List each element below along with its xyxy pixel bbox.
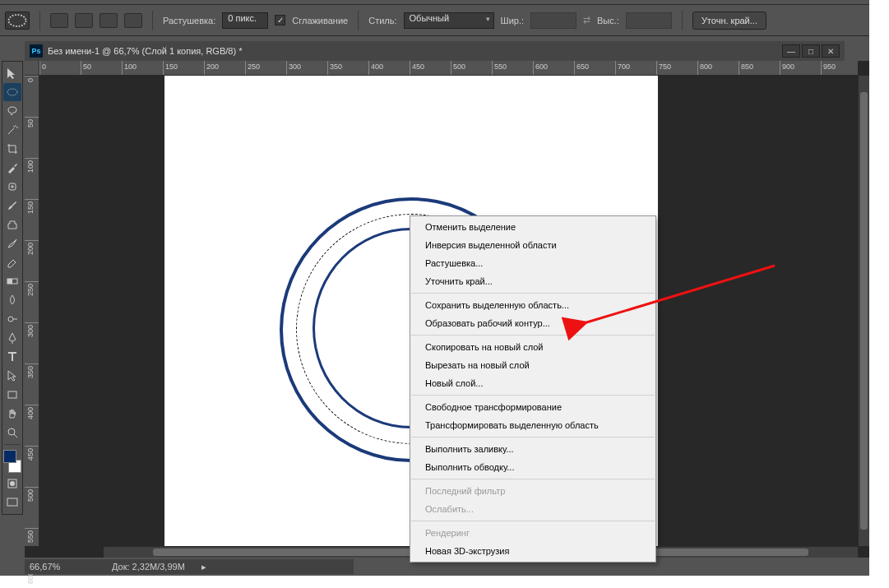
context-menu-item[interactable]: Скопировать на новый слой — [410, 338, 655, 356]
path-selection-tool[interactable] — [3, 367, 21, 385]
new-selection-icon[interactable] — [50, 13, 68, 28]
style-dropdown[interactable]: Обычный — [404, 12, 494, 29]
tool-preset-picker[interactable] — [5, 12, 30, 30]
add-selection-icon[interactable] — [75, 13, 93, 28]
refine-edge-button[interactable]: Уточн. край... — [692, 12, 766, 30]
context-menu-item[interactable]: Выполнить обводку... — [410, 458, 655, 476]
minimize-button[interactable]: — — [782, 44, 800, 58]
context-menu-item[interactable]: Растушевка... — [410, 254, 655, 272]
screen-mode-toggle[interactable] — [3, 493, 21, 512]
context-menu-item[interactable]: Инверсия выделенной области — [410, 236, 655, 254]
zoom-level[interactable]: 66,67% — [30, 562, 95, 572]
zoom-tool[interactable] — [3, 424, 21, 442]
close-button[interactable]: ✕ — [822, 44, 840, 58]
height-label: Выс.: — [597, 16, 619, 25]
magic-wand-tool[interactable] — [3, 121, 21, 139]
ruler-tick: 400 — [371, 63, 383, 71]
context-menu-item[interactable]: Вырезать на новый слой — [410, 356, 655, 374]
context-menu-item[interactable]: Новый слой... — [410, 374, 655, 392]
divider — [682, 11, 683, 30]
ruler-tick: 500 — [453, 63, 465, 71]
gradient-tool[interactable] — [3, 272, 21, 290]
lasso-tool[interactable] — [3, 102, 21, 120]
ellipse-marquee-tool[interactable] — [3, 83, 21, 101]
antialias-checkbox[interactable] — [275, 15, 285, 25]
style-label: Стиль: — [368, 16, 396, 25]
tools-separator — [4, 444, 21, 445]
crop-tool[interactable] — [3, 140, 21, 158]
ruler-tick: 600 — [535, 63, 548, 71]
context-menu-separator — [411, 395, 655, 396]
divider — [39, 11, 40, 30]
divider — [152, 11, 153, 30]
context-menu-item[interactable]: Отменить выделение — [410, 218, 655, 236]
ruler-origin[interactable] — [25, 61, 39, 76]
options-bar: Растушевка: 0 пикс. Сглаживание Стиль: О… — [0, 5, 869, 36]
ruler-tick: 300 — [26, 325, 35, 337]
context-menu-item: Рендеринг — [410, 524, 655, 542]
document-tab[interactable]: Ps Без имени-1 @ 66,7% (Слой 1 копия, RG… — [25, 41, 845, 61]
context-menu-item[interactable]: Сохранить выделенную область... — [410, 296, 655, 314]
context-menu-item[interactable]: Трансформировать выделенную область — [410, 416, 655, 434]
width-input[interactable] — [530, 12, 576, 29]
color-swatches[interactable] — [3, 450, 21, 473]
context-menu-item[interactable]: Новая 3D-экструзия — [410, 542, 655, 560]
scrollbar-vertical[interactable] — [858, 76, 869, 546]
feather-input[interactable]: 0 пикс. — [222, 12, 268, 29]
ruler-tick: 900 — [782, 63, 794, 71]
ellipse-marquee-icon — [6, 9, 29, 32]
maximize-button[interactable]: □ — [802, 44, 820, 58]
hand-tool[interactable] — [3, 405, 21, 423]
ps-badge-icon: Ps — [30, 44, 43, 58]
context-menu-item[interactable]: Свободное трансформирование — [410, 398, 655, 416]
move-tool[interactable] — [3, 64, 21, 82]
foreground-color-swatch[interactable] — [3, 450, 16, 463]
clone-stamp-tool[interactable] — [3, 215, 21, 234]
ruler-horizontal[interactable]: 0501001502002503003504004505005506006507… — [39, 61, 858, 76]
scrollbar-thumb[interactable] — [860, 92, 868, 530]
type-tool[interactable] — [3, 348, 21, 366]
ruler-tick: 750 — [659, 63, 671, 71]
context-menu-item[interactable]: Уточнить край... — [410, 272, 655, 290]
context-menu-item: Ослабить... — [410, 500, 655, 518]
height-input[interactable] — [626, 12, 672, 29]
ruler-tick: 200 — [26, 243, 35, 255]
ruler-tick: 100 — [26, 160, 35, 173]
status-flyout-icon[interactable]: ▸ — [201, 562, 206, 572]
history-brush-tool[interactable] — [3, 234, 21, 252]
intersect-selection-icon[interactable] — [124, 13, 142, 28]
ruler-tick: 50 — [26, 119, 35, 127]
blur-tool[interactable] — [3, 291, 21, 309]
ruler-tick: 700 — [618, 63, 630, 71]
swap-dimensions-icon[interactable]: ⇄ — [583, 15, 590, 25]
ruler-tick: 550 — [26, 530, 35, 543]
document-title: Без имени-1 @ 66,7% (Слой 1 копия, RGB/8… — [48, 46, 242, 56]
subtract-selection-icon[interactable] — [100, 13, 118, 28]
feather-label: Растушевка: — [163, 16, 215, 25]
svg-rect-4 — [7, 279, 12, 284]
brush-tool[interactable] — [3, 197, 21, 215]
dodge-tool[interactable] — [3, 310, 21, 328]
divider — [358, 11, 359, 30]
quick-mask-toggle[interactable] — [3, 475, 21, 493]
eraser-tool[interactable] — [3, 253, 21, 271]
context-menu-item[interactable]: Образовать рабочий контур... — [410, 314, 655, 332]
rectangle-tool[interactable] — [3, 386, 21, 404]
ruler-tick: 100 — [124, 63, 137, 71]
context-menu-separator — [411, 479, 655, 479]
ruler-tick: 950 — [823, 63, 836, 71]
ruler-tick: 500 — [26, 489, 35, 502]
context-menu-item[interactable]: Выполнить заливку... — [410, 440, 655, 458]
width-label: Шир.: — [501, 16, 524, 25]
svg-point-7 — [8, 428, 15, 435]
ruler-tick: 150 — [165, 63, 178, 71]
ruler-tick: 450 — [26, 448, 35, 461]
tools-panel — [2, 61, 23, 515]
ruler-vertical[interactable]: 0501001502002503003504004505005506006507… — [25, 76, 39, 546]
ruler-tick: 650 — [576, 63, 589, 71]
eyedropper-tool[interactable] — [3, 159, 21, 177]
context-menu-separator — [411, 437, 655, 438]
pen-tool[interactable] — [3, 329, 21, 347]
doc-size[interactable]: Док: 2,32М/3,99М — [112, 562, 185, 572]
healing-brush-tool[interactable] — [3, 178, 21, 196]
